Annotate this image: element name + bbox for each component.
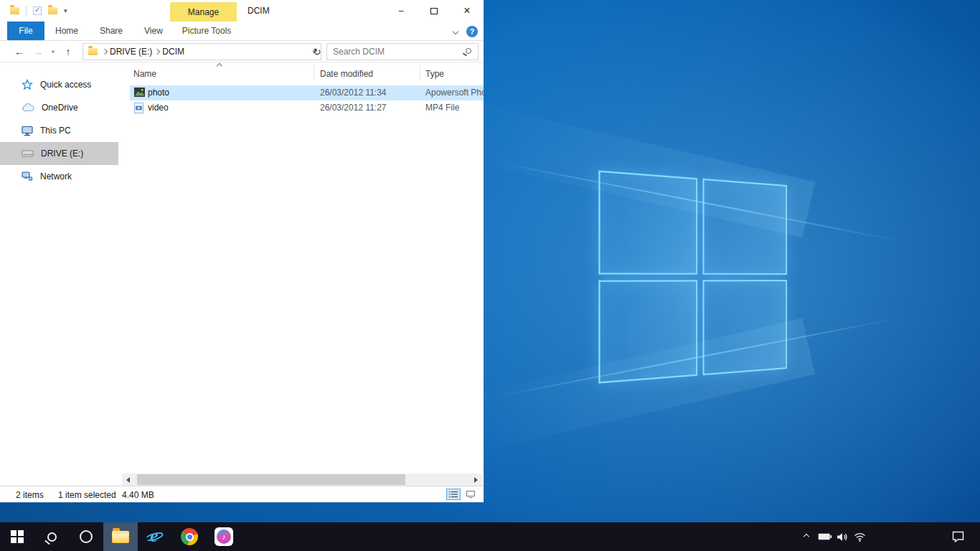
search-input[interactable] xyxy=(327,44,456,60)
column-divider[interactable] xyxy=(420,65,420,81)
maximize-button[interactable] xyxy=(418,0,451,22)
tab-view[interactable]: View xyxy=(133,22,174,40)
scroll-left-arrow[interactable] xyxy=(122,474,134,486)
explorer-body: Quick access OneDrive This PC DRIVE (E:)… xyxy=(0,62,484,486)
tray-volume[interactable] xyxy=(834,522,851,551)
column-header-type[interactable]: Type xyxy=(425,69,444,79)
minimize-button[interactable]: – xyxy=(385,0,418,22)
qat-new-folder-icon[interactable] xyxy=(48,7,57,14)
battery-icon xyxy=(818,532,832,541)
sidebar-item-label: Network xyxy=(40,171,72,182)
taskbar-file-explorer[interactable] xyxy=(103,522,138,551)
ribbon-right-controls: ? xyxy=(453,22,478,41)
tab-share[interactable]: Share xyxy=(89,22,133,40)
details-view-button[interactable] xyxy=(446,489,461,500)
file-name: photo xyxy=(148,88,169,98)
manage-contextual-tab[interactable]: Manage xyxy=(170,2,237,22)
sidebar-item-label: DRIVE (E:) xyxy=(41,149,83,159)
expand-ribbon-icon[interactable] xyxy=(453,28,458,34)
navigation-pane: Quick access OneDrive This PC DRIVE (E:)… xyxy=(0,62,118,486)
taskbar-search-button[interactable] xyxy=(34,522,69,551)
sidebar-item-drive-e[interactable]: DRIVE (E:) xyxy=(0,142,118,165)
back-button[interactable]: ← xyxy=(10,46,29,57)
sidebar-item-this-pc[interactable]: This PC xyxy=(0,119,118,142)
left-triangle-icon xyxy=(126,477,130,483)
large-icons-view-button[interactable] xyxy=(463,489,478,500)
navigation-buttons: ← → ▾ ↑ xyxy=(10,41,77,62)
quick-access-toolbar: ▾ xyxy=(10,0,67,22)
tab-home[interactable]: Home xyxy=(44,22,89,40)
horizontal-scrollbar[interactable] xyxy=(122,474,482,486)
maximize-icon xyxy=(430,8,438,14)
file-row-video[interactable]: video 26/03/2012 11:27 MP4 File xyxy=(130,100,484,116)
file-explorer-window: ▾ Manage DCIM – × File Home Share View P… xyxy=(0,0,484,503)
network-icon xyxy=(22,171,33,182)
details-view-icon xyxy=(449,491,458,498)
item-count: 2 items xyxy=(16,490,44,500)
sidebar-item-label: This PC xyxy=(40,126,71,136)
tab-file[interactable]: File xyxy=(7,22,44,40)
music-note-icon: ♪ xyxy=(217,529,231,544)
refresh-button[interactable]: ↻ xyxy=(308,43,326,60)
itunes-icon: ♪ xyxy=(215,527,233,546)
drive-icon xyxy=(22,149,34,158)
column-divider[interactable] xyxy=(314,65,314,81)
taskbar-itunes[interactable]: ♪ xyxy=(207,522,241,551)
video-file-icon xyxy=(134,103,143,113)
address-breadcrumb[interactable]: DRIVE (E:) DCIM ▾ xyxy=(83,43,321,60)
star-icon xyxy=(22,79,33,90)
file-date-modified: 26/03/2012 11:34 xyxy=(320,88,387,98)
file-rows: photo 26/03/2012 11:34 Apowersoft Pho vi… xyxy=(118,85,484,116)
chrome-icon xyxy=(181,528,198,545)
sidebar-item-quick-access[interactable]: Quick access xyxy=(0,73,118,96)
tray-show-hidden-icons[interactable] xyxy=(799,522,814,551)
tray-battery[interactable] xyxy=(816,522,834,551)
help-icon[interactable]: ? xyxy=(466,26,478,37)
title-bar: ▾ Manage DCIM – × xyxy=(0,0,484,22)
file-type: MP4 File xyxy=(425,103,459,113)
scrollbar-thumb[interactable] xyxy=(137,474,405,485)
right-triangle-icon xyxy=(474,477,478,483)
qat-customize-dropdown-icon[interactable]: ▾ xyxy=(64,7,67,14)
scroll-right-arrow[interactable] xyxy=(470,474,482,486)
qat-properties-icon[interactable] xyxy=(33,6,42,15)
sidebar-item-onedrive[interactable]: OneDrive xyxy=(0,96,118,119)
tray-network[interactable] xyxy=(851,522,868,551)
breadcrumb-drive[interactable]: DRIVE (E:) xyxy=(107,47,155,57)
file-row-photo[interactable]: photo 26/03/2012 11:34 Apowersoft Pho xyxy=(130,85,484,100)
up-button[interactable]: ↑ xyxy=(59,46,77,57)
sidebar-item-network[interactable]: Network xyxy=(0,165,118,188)
file-name: video xyxy=(148,103,169,113)
column-header-date-modified[interactable]: Date modified xyxy=(320,69,373,79)
selection-size: 4.40 MB xyxy=(122,490,154,500)
column-header-name[interactable]: Name xyxy=(133,69,156,79)
close-button[interactable]: × xyxy=(451,0,484,22)
cloud-icon xyxy=(22,103,34,113)
close-icon: × xyxy=(463,4,470,17)
column-headers: Name Date modified Type xyxy=(118,62,484,84)
view-toggles xyxy=(446,489,478,500)
window-title: DCIM xyxy=(248,0,270,22)
start-button[interactable] xyxy=(0,522,34,551)
action-center-icon xyxy=(951,530,965,543)
sidebar-item-label: OneDrive xyxy=(42,103,78,113)
speaker-icon xyxy=(837,532,849,542)
action-center-button[interactable] xyxy=(948,522,967,551)
taskbar: e ♪ xyxy=(0,522,980,551)
taskbar-chrome[interactable] xyxy=(172,522,207,551)
wifi-icon xyxy=(854,532,866,542)
taskbar-internet-explorer[interactable]: e xyxy=(138,522,172,551)
tab-picture-tools[interactable]: Picture Tools xyxy=(174,22,240,40)
recent-locations-dropdown-icon[interactable]: ▾ xyxy=(47,48,59,55)
forward-button[interactable]: → xyxy=(29,46,47,57)
cortana-icon xyxy=(80,530,93,543)
cortana-button[interactable] xyxy=(69,522,103,551)
search-box xyxy=(326,43,479,60)
selection-count: 1 item selected xyxy=(58,490,116,500)
windows-start-icon xyxy=(11,530,24,543)
file-date-modified: 26/03/2012 11:27 xyxy=(320,103,387,113)
address-bar-row: ← → ▾ ↑ DRIVE (E:) DCIM ▾ ↻ xyxy=(0,41,484,62)
search-icon xyxy=(466,48,471,54)
breadcrumb-current[interactable]: DCIM xyxy=(159,47,187,57)
internet-explorer-icon: e xyxy=(145,527,165,547)
